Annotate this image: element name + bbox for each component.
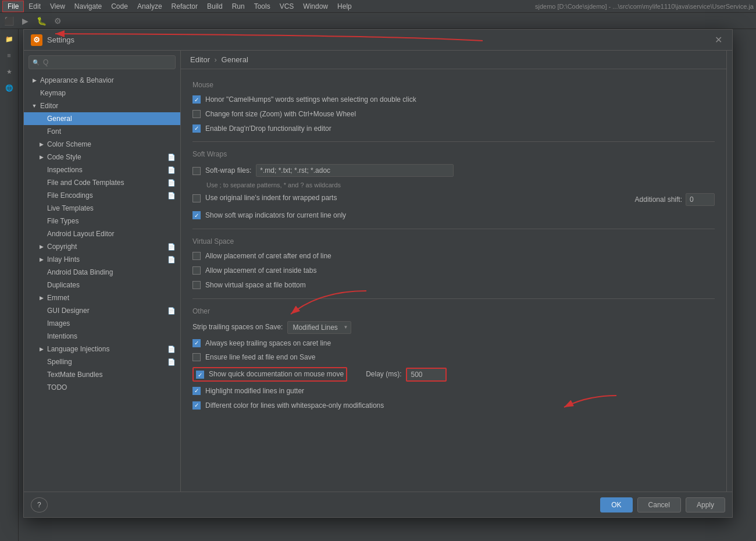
delay-input[interactable] bbox=[406, 368, 447, 382]
virtual-space-divider bbox=[192, 298, 715, 299]
menu-view[interactable]: View bbox=[45, 1, 70, 12]
menu-help[interactable]: Help bbox=[333, 1, 356, 12]
toolbar-project-icon[interactable]: ⬛ bbox=[2, 15, 15, 27]
menu-tools[interactable]: Tools bbox=[249, 1, 275, 12]
show-indicators-checkbox[interactable] bbox=[192, 211, 201, 219]
keep-trailing-checkbox[interactable] bbox=[192, 339, 201, 347]
tree-arrow-emmet bbox=[38, 294, 45, 301]
tree-item-color-scheme[interactable]: Color Scheme bbox=[24, 138, 180, 151]
tree-item-android-layout[interactable]: Android Layout Editor bbox=[24, 227, 180, 240]
highlight-modified-checkbox[interactable] bbox=[192, 387, 201, 395]
tree-arrow-copyright bbox=[38, 243, 45, 250]
caret-tabs-label: Allow placement of caret inside tabs bbox=[205, 266, 316, 276]
toolbar-run-icon[interactable]: ▶ bbox=[19, 15, 31, 27]
menu-refactor[interactable]: Refactor bbox=[167, 1, 202, 12]
menu-analyze[interactable]: Analyze bbox=[133, 1, 167, 12]
font-zoom-label: Change font size (Zoom) with Ctrl+Mouse … bbox=[205, 109, 356, 119]
tree-item-appearance[interactable]: Appearance & Behavior bbox=[24, 74, 180, 87]
other-section-label: Other bbox=[192, 307, 715, 315]
help-button[interactable]: ? bbox=[31, 497, 48, 512]
tree-item-intentions[interactable]: Intentions bbox=[24, 330, 180, 343]
tree-item-gui-designer[interactable]: GUI Designer📄 bbox=[24, 304, 180, 317]
tree-page-icon-inspections: 📄 bbox=[167, 166, 176, 174]
tree-item-live-templates[interactable]: Live Templates bbox=[24, 202, 180, 215]
breadcrumb-separator: › bbox=[215, 55, 217, 64]
tree-item-file-code-templates[interactable]: File and Code Templates📄 bbox=[24, 176, 180, 189]
show-quick-doc-row: Show quick documentation on mouse move D… bbox=[192, 367, 715, 382]
cancel-button[interactable]: Cancel bbox=[637, 497, 681, 512]
strip-trailing-row: Strip trailing spaces on Save: None All … bbox=[192, 321, 715, 334]
side-structure-icon[interactable]: ≡ bbox=[2, 48, 17, 63]
soft-wrap-files-checkbox[interactable] bbox=[192, 167, 201, 175]
tree-item-file-encodings[interactable]: File Encodings📄 bbox=[24, 189, 180, 202]
tree-label-font: Font bbox=[47, 127, 61, 136]
tree-item-inspections[interactable]: Inspections📄 bbox=[24, 163, 180, 176]
menu-build[interactable]: Build bbox=[202, 1, 227, 12]
drag-drop-checkbox[interactable] bbox=[192, 124, 201, 133]
tree-item-copyright[interactable]: Copyright📄 bbox=[24, 240, 180, 253]
tree-item-todo[interactable]: TODO bbox=[24, 381, 180, 394]
original-indent-checkbox[interactable] bbox=[192, 194, 201, 202]
ok-button[interactable]: OK bbox=[600, 497, 632, 512]
tree-label-intentions: Intentions bbox=[47, 332, 77, 340]
tree-item-font[interactable]: Font bbox=[24, 125, 180, 138]
diff-color-row: Different color for lines with whitespac… bbox=[192, 401, 715, 411]
show-indicators-label: Show soft wrap indicators for current li… bbox=[205, 211, 346, 220]
caret-tabs-checkbox[interactable] bbox=[192, 266, 201, 275]
apply-button[interactable]: Apply bbox=[686, 497, 725, 512]
soft-wrap-input[interactable] bbox=[256, 164, 454, 177]
side-project-icon[interactable]: 📁 bbox=[2, 31, 17, 47]
side-favorites-icon[interactable]: ★ bbox=[2, 64, 17, 79]
strip-trailing-select[interactable]: None All Modified Lines bbox=[287, 321, 351, 334]
side-web-icon[interactable]: 🌐 bbox=[2, 80, 17, 95]
settings-tree: Appearance & BehaviorKeymapEditorGeneral… bbox=[24, 74, 180, 492]
tree-item-spelling[interactable]: Spelling📄 bbox=[24, 355, 180, 368]
soft-wrap-hint: Use ; to separate patterns, * and ? as w… bbox=[206, 181, 715, 188]
menu-window[interactable]: Window bbox=[298, 1, 333, 12]
font-zoom-checkbox[interactable] bbox=[192, 110, 201, 118]
keep-trailing-row: Always keep trailing spaces on caret lin… bbox=[192, 339, 715, 348]
tree-arrow-language-injections bbox=[38, 346, 45, 353]
tree-label-keymap: Keymap bbox=[40, 89, 66, 97]
tree-item-keymap[interactable]: Keymap bbox=[24, 87, 180, 99]
search-input[interactable] bbox=[28, 55, 176, 69]
menu-navigate[interactable]: Navigate bbox=[70, 1, 106, 12]
caret-end-checkbox[interactable] bbox=[192, 252, 201, 260]
tree-page-icon-gui-designer: 📄 bbox=[167, 307, 176, 315]
tree-page-icon-spelling: 📄 bbox=[167, 358, 176, 366]
ensure-line-feed-checkbox[interactable] bbox=[192, 353, 201, 361]
tree-page-icon-file-code-templates: 📄 bbox=[167, 179, 176, 187]
menu-file[interactable]: File bbox=[2, 1, 24, 12]
breadcrumb: Editor › General bbox=[181, 51, 726, 69]
tree-label-gui-designer: GUI Designer bbox=[47, 307, 90, 315]
tree-item-emmet[interactable]: Emmet bbox=[24, 291, 180, 304]
show-quick-doc-checkbox[interactable] bbox=[196, 371, 204, 379]
toolbar-debug-icon[interactable]: 🐛 bbox=[35, 15, 48, 27]
tree-item-general[interactable]: General bbox=[24, 112, 180, 125]
tree-item-textmate-bundles[interactable]: TextMate Bundles bbox=[24, 368, 180, 381]
keep-trailing-label: Always keep trailing spaces on caret lin… bbox=[205, 339, 331, 348]
tree-item-code-style[interactable]: Code Style📄 bbox=[24, 151, 180, 163]
virtual-space-bottom-checkbox[interactable] bbox=[192, 281, 201, 289]
tree-page-icon-file-encodings: 📄 bbox=[167, 192, 176, 200]
close-button[interactable]: ✕ bbox=[711, 33, 725, 47]
diff-color-checkbox[interactable] bbox=[192, 401, 201, 410]
menu-edit[interactable]: Edit bbox=[24, 1, 45, 12]
tree-item-inlay-hints[interactable]: Inlay Hints📄 bbox=[24, 253, 180, 266]
menu-vcs[interactable]: VCS bbox=[275, 1, 299, 12]
tree-item-editor[interactable]: Editor bbox=[24, 99, 180, 112]
menu-run[interactable]: Run bbox=[227, 1, 249, 12]
toolbar-settings-icon[interactable]: ⚙ bbox=[51, 15, 64, 27]
settings-main-content: Mouse Honor "CamelHumps" words settings … bbox=[181, 69, 726, 492]
dialog-body: Appearance & BehaviorKeymapEditorGeneral… bbox=[24, 51, 732, 492]
tree-item-images[interactable]: Images bbox=[24, 317, 180, 330]
ide-title: sjdemo [D:\Code\sjdemo] - ...\src\com\my… bbox=[535, 3, 754, 10]
tree-label-images: Images bbox=[47, 319, 70, 328]
additional-shift-input[interactable] bbox=[686, 193, 715, 206]
tree-item-duplicates[interactable]: Duplicates bbox=[24, 279, 180, 291]
tree-item-android-data[interactable]: Android Data Binding bbox=[24, 266, 180, 279]
tree-item-file-types[interactable]: File Types bbox=[24, 215, 180, 227]
tree-item-language-injections[interactable]: Language Injections📄 bbox=[24, 343, 180, 355]
menu-code[interactable]: Code bbox=[106, 1, 133, 12]
camel-humps-checkbox[interactable] bbox=[192, 95, 201, 104]
